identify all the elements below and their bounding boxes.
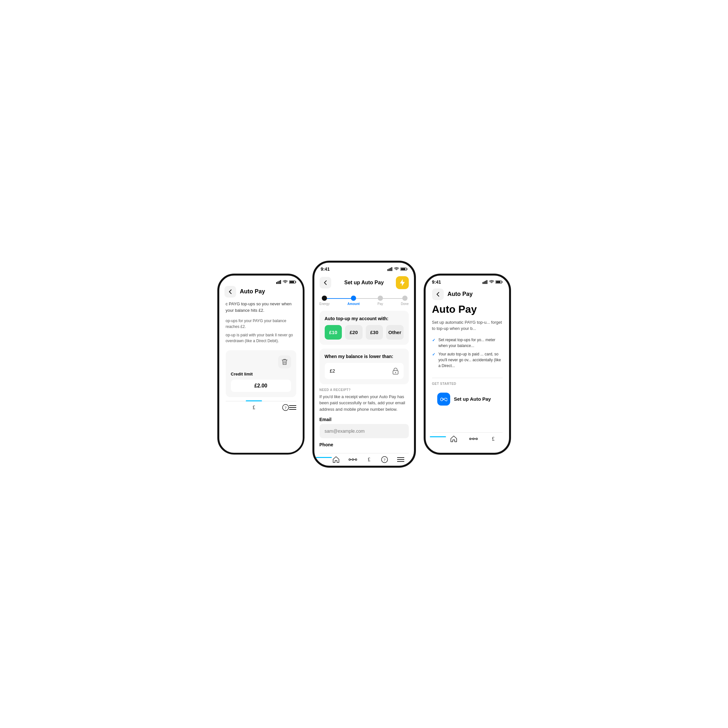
checklist-text-1: Set repeat top-ups for yo... meter when … xyxy=(439,337,503,349)
left-status-icons xyxy=(276,280,296,284)
right-nav-pound[interactable]: £ xyxy=(490,436,496,442)
phone-label: Phone xyxy=(320,442,409,447)
svg-text:£: £ xyxy=(252,405,255,410)
stepper-step-energy: Energy xyxy=(320,295,330,306)
check-icon-1: ✓ xyxy=(432,337,435,349)
center-signal-icon xyxy=(387,267,393,271)
right-pound-icon: £ xyxy=(490,436,496,442)
right-nav-home[interactable] xyxy=(450,435,457,442)
svg-rect-37 xyxy=(485,281,486,284)
right-status-icons xyxy=(483,280,503,284)
svg-rect-38 xyxy=(486,280,487,284)
center-phone: 9:41 xyxy=(312,261,416,468)
svg-rect-20 xyxy=(407,268,407,270)
check-icon-2: ✓ xyxy=(432,352,435,369)
center-nav-pound[interactable]: £ xyxy=(366,456,372,463)
receipt-description: If you'd like a receipt when your Auto P… xyxy=(320,394,409,413)
nav-item-help[interactable]: ? xyxy=(282,404,289,411)
topup-card-title: Auto top-up my account with: xyxy=(325,316,404,321)
right-phone: 9:41 xyxy=(424,274,511,455)
svg-rect-35 xyxy=(483,282,483,284)
amount-btn-20[interactable]: £20 xyxy=(345,325,362,340)
action-button[interactable] xyxy=(396,276,409,289)
right-back-arrow-icon xyxy=(436,292,439,297)
center-menu-icon xyxy=(397,457,404,462)
setup-autopay-button[interactable]: Set up Auto Pay xyxy=(432,388,503,410)
svg-rect-40 xyxy=(502,281,502,283)
right-nav-bar: Auto Pay xyxy=(432,286,503,303)
center-screen-content: Set up Auto Pay Energy Amount xyxy=(314,274,414,464)
right-nav-title: Auto Pay xyxy=(448,291,473,298)
svg-rect-3 xyxy=(280,280,281,284)
amount-buttons: £10 £20 £30 Other xyxy=(325,325,404,340)
svg-point-44 xyxy=(476,438,478,439)
step-label-pay: Pay xyxy=(378,302,383,306)
credit-limit-value: £2.00 xyxy=(231,380,291,392)
autopay-heading: Auto Pay xyxy=(432,303,503,315)
right-connect-icon xyxy=(469,436,478,442)
left-nav-bar: Auto Pay xyxy=(219,286,303,301)
left-desc3: op-up is paid with your bank ll never go… xyxy=(226,332,296,344)
left-desc2: op-ups for your PAYG your balance reache… xyxy=(226,318,296,330)
center-nav-menu[interactable] xyxy=(397,457,404,462)
connect-icon xyxy=(349,457,357,462)
step-dot-energy xyxy=(322,295,327,301)
right-back-button[interactable] xyxy=(432,289,444,300)
center-nav-help[interactable]: ? xyxy=(381,456,388,463)
svg-rect-5 xyxy=(295,281,296,283)
svg-rect-15 xyxy=(387,269,388,271)
right-wifi-icon xyxy=(489,280,494,284)
svg-rect-16 xyxy=(389,268,390,271)
svg-rect-1 xyxy=(277,281,278,284)
delete-button[interactable] xyxy=(278,355,291,369)
left-screen-content: c PAYG top-ups so you never when your ba… xyxy=(219,301,303,455)
right-nav-connect[interactable] xyxy=(469,436,478,442)
step-label-amount: Amount xyxy=(347,302,359,306)
infinity-icon xyxy=(440,397,447,401)
battery-icon xyxy=(289,280,296,284)
stepper-step-amount: Amount xyxy=(347,295,359,306)
setup-btn-label: Set up Auto Pay xyxy=(454,396,491,402)
center-back-arrow-icon xyxy=(324,280,327,285)
center-back-button[interactable] xyxy=(320,277,331,289)
center-nav-connect[interactable] xyxy=(349,457,357,462)
autopay-description: Set up automatic PAYG top-u... forget to… xyxy=(432,319,503,332)
nav-item-pound[interactable]: £ xyxy=(251,404,257,411)
balance-card: When my balance is lower than: £2 xyxy=(320,349,409,384)
right-status-bar: 9:41 xyxy=(426,275,509,286)
svg-rect-18 xyxy=(392,267,392,271)
nav-indicator xyxy=(246,401,262,401)
amount-btn-other[interactable]: Other xyxy=(386,325,404,340)
email-input[interactable] xyxy=(320,424,409,438)
right-screen-content: Auto Pay Auto Pay Set up automatic PAYG … xyxy=(426,286,509,448)
svg-rect-21 xyxy=(401,268,405,270)
setup-btn-icon xyxy=(437,393,450,405)
svg-point-23 xyxy=(395,372,396,373)
center-status-bar: 9:41 xyxy=(314,263,414,274)
amount-btn-30[interactable]: £30 xyxy=(366,325,383,340)
balance-field: £2 xyxy=(325,363,404,379)
left-back-button[interactable] xyxy=(225,286,236,298)
pound-icon: £ xyxy=(251,404,257,411)
center-nav-home[interactable] xyxy=(332,456,340,463)
separator xyxy=(432,378,503,378)
balance-value: £2 xyxy=(330,368,335,373)
topup-card: Auto top-up my account with: £10 £20 £30… xyxy=(320,311,409,345)
svg-rect-41 xyxy=(496,281,500,283)
center-time: 9:41 xyxy=(321,266,330,272)
step-dot-pay xyxy=(378,295,383,301)
nav-item-menu[interactable] xyxy=(289,405,296,410)
svg-point-42 xyxy=(470,438,471,439)
center-help-icon: ? xyxy=(381,456,388,463)
right-bottom-nav: £ xyxy=(432,433,503,442)
signal-icon xyxy=(276,280,281,284)
amount-btn-10[interactable]: £10 xyxy=(325,325,342,340)
svg-point-25 xyxy=(352,459,353,460)
right-signal-icon xyxy=(483,280,488,284)
stepper-step-done: Done xyxy=(401,295,409,306)
center-nav-title: Set up Auto Pay xyxy=(344,280,384,286)
step-label-done: Done xyxy=(401,302,409,306)
right-battery-icon xyxy=(496,280,503,284)
svg-text:?: ? xyxy=(384,457,386,462)
svg-text:£: £ xyxy=(492,436,494,442)
